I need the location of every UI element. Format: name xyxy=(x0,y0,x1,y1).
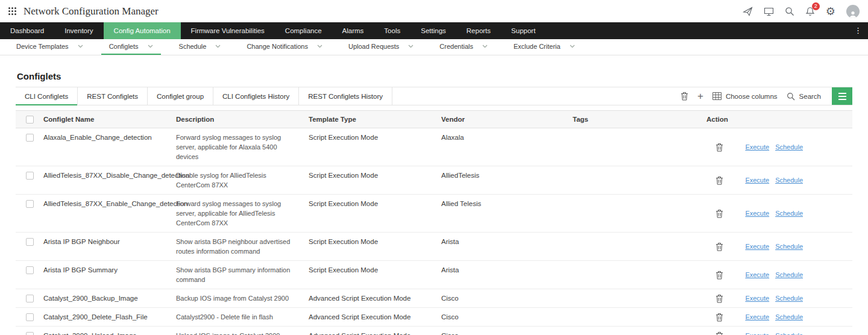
nav-item[interactable]: Compliance xyxy=(275,22,332,39)
row-links: Execute Schedule xyxy=(745,295,803,302)
subnav-item[interactable]: Credentials xyxy=(432,39,495,55)
more-menu-icon[interactable]: ⋮ xyxy=(848,22,868,39)
nav-item[interactable]: Firmware Vulnerabilities xyxy=(181,22,275,39)
tab[interactable]: CLI Configlets xyxy=(16,87,78,105)
select-all-cell xyxy=(16,116,43,124)
notifications-bell-icon[interactable]: 2 xyxy=(805,7,815,16)
schedule-link[interactable]: Schedule xyxy=(775,332,803,335)
execute-link[interactable]: Execute xyxy=(745,177,769,184)
nav-item[interactable]: Settings xyxy=(410,22,456,39)
execute-link[interactable]: Execute xyxy=(745,243,769,250)
list-view-button[interactable] xyxy=(832,87,852,105)
configlet-name: AlliedTelesis_87XX_Enable_Change_detecti… xyxy=(43,199,176,228)
monitor-icon[interactable] xyxy=(764,7,774,16)
row-checkbox[interactable] xyxy=(26,238,34,246)
page-title: Configlets xyxy=(17,71,868,81)
column-header: Action xyxy=(706,114,852,124)
app-launcher-icon[interactable] xyxy=(8,7,16,15)
subnav-item[interactable]: Schedule xyxy=(171,39,229,55)
tab[interactable]: REST Configlets xyxy=(78,87,148,105)
row-checkbox[interactable] xyxy=(26,295,34,302)
table-toolbar: + Choose columns Search xyxy=(681,87,852,105)
user-avatar[interactable] xyxy=(846,5,860,18)
row-checkbox-cell xyxy=(16,171,43,190)
chevron-down-icon xyxy=(78,45,83,48)
row-checkbox[interactable] xyxy=(26,134,34,142)
nav-item-label: Settings xyxy=(421,27,446,34)
configlet-description: Forward syslog messages to syslog server… xyxy=(176,133,309,161)
nav-item[interactable]: Config Automation xyxy=(104,22,181,39)
schedule-link[interactable]: Schedule xyxy=(775,210,803,217)
configlet-description: Show arista BGP summary information comm… xyxy=(176,265,309,284)
subnav-item[interactable]: Upload Requests xyxy=(341,39,421,55)
delete-icon[interactable] xyxy=(715,143,723,152)
subnav-item[interactable]: Configlets xyxy=(101,39,161,55)
schedule-link[interactable]: Schedule xyxy=(775,271,803,278)
template-type: Script Execution Mode xyxy=(309,237,441,256)
row-checkbox[interactable] xyxy=(26,332,34,335)
nav-item[interactable]: Tools xyxy=(374,22,410,39)
column-header: Template Type xyxy=(309,114,441,124)
nav-item[interactable]: Alarms xyxy=(332,22,374,39)
delete-icon[interactable] xyxy=(715,242,723,251)
row-checkbox[interactable] xyxy=(26,172,34,180)
nav-item[interactable]: Inventory xyxy=(54,22,103,39)
nav-item[interactable]: Reports xyxy=(456,22,501,39)
tab[interactable]: REST Configlets History xyxy=(299,87,392,105)
select-all-checkbox[interactable] xyxy=(26,116,34,124)
main-content: Configlets CLI ConfigletsREST Configlets… xyxy=(0,71,868,335)
delete-icon[interactable] xyxy=(715,271,723,280)
delete-icon[interactable] xyxy=(715,331,723,335)
execute-link[interactable]: Execute xyxy=(745,143,769,151)
subnav-item[interactable]: Exclude Criteria xyxy=(506,39,583,55)
delete-icon[interactable] xyxy=(715,313,723,322)
send-icon[interactable] xyxy=(743,7,753,16)
configlet-name: Catalyst_2900_Backup_Image xyxy=(43,293,176,303)
nav-item-label: Support xyxy=(511,27,535,34)
search-button[interactable]: Search xyxy=(787,92,821,101)
execute-link[interactable]: Execute xyxy=(745,332,769,335)
template-type: Advanced Script Execution Mode xyxy=(309,331,441,335)
row-actions: Execute Schedule xyxy=(706,133,852,161)
add-configlet-icon[interactable]: + xyxy=(697,91,703,101)
row-checkbox[interactable] xyxy=(26,313,34,321)
subnav-item-label: Device Templates xyxy=(16,43,69,50)
row-links: Execute Schedule xyxy=(745,243,803,250)
template-type: Advanced Script Execution Mode xyxy=(309,293,441,303)
schedule-link[interactable]: Schedule xyxy=(775,143,803,151)
nav-item[interactable]: Dashboard xyxy=(0,22,54,39)
execute-link[interactable]: Execute xyxy=(745,313,769,321)
tab[interactable]: CLI Configlets History xyxy=(213,87,299,105)
nav-item-label: Reports xyxy=(467,27,491,34)
row-checkbox-cell xyxy=(16,331,43,335)
choose-columns-button[interactable]: Choose columns xyxy=(712,92,778,100)
schedule-link[interactable]: Schedule xyxy=(775,313,803,321)
delete-icon[interactable] xyxy=(715,209,723,218)
configlet-description: Show arista BGP neighbour advertised rou… xyxy=(176,237,309,256)
row-checkbox[interactable] xyxy=(26,200,34,208)
tab-label: REST Configlets History xyxy=(308,93,383,100)
row-checkbox-cell xyxy=(16,293,43,303)
schedule-link[interactable]: Schedule xyxy=(775,295,803,302)
delete-icon[interactable] xyxy=(715,176,723,185)
column-header: Configlet Name xyxy=(43,114,176,124)
subnav-item[interactable]: Device Templates xyxy=(8,39,91,55)
gear-icon[interactable]: ⚙ xyxy=(826,6,835,17)
row-checkbox[interactable] xyxy=(26,266,34,274)
tab[interactable]: Configlet group xyxy=(148,87,213,105)
schedule-link[interactable]: Schedule xyxy=(775,243,803,250)
column-header-label: Action xyxy=(706,116,728,123)
schedule-link[interactable]: Schedule xyxy=(775,177,803,184)
subnav-item[interactable]: Change Notifications xyxy=(239,39,330,55)
execute-link[interactable]: Execute xyxy=(745,295,769,302)
delete-icon[interactable] xyxy=(681,92,688,101)
execute-link[interactable]: Execute xyxy=(745,271,769,278)
delete-icon[interactable] xyxy=(715,294,723,303)
execute-link[interactable]: Execute xyxy=(745,210,769,217)
table-row: AlliedTelesis_87XX_Disable_Change_detect… xyxy=(16,166,852,195)
configlet-description: Backup IOS image from Catalyst 2900 xyxy=(176,293,309,303)
search-icon[interactable] xyxy=(785,7,794,16)
row-checkbox-cell xyxy=(16,199,43,228)
subnav-item-label: Credentials xyxy=(439,43,473,50)
nav-item[interactable]: Support xyxy=(501,22,546,39)
